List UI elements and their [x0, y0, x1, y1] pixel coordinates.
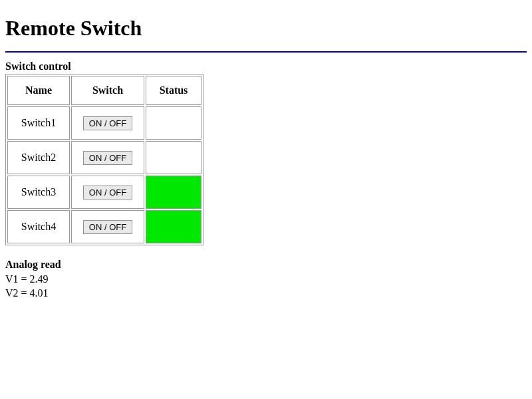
table-row: Switch4 ON / OFF — [7, 210, 201, 243]
analog-value: 2.49 — [30, 273, 49, 285]
status-cell-switch1 — [146, 106, 201, 140]
switch-name-cell: Switch1 — [7, 106, 70, 140]
switch-name-cell: Switch3 — [7, 176, 70, 209]
toggle-button-switch4[interactable]: ON / OFF — [83, 220, 132, 234]
switch-button-cell: ON / OFF — [71, 210, 144, 243]
status-cell-switch2 — [146, 141, 201, 174]
switch-button-cell: ON / OFF — [71, 141, 144, 174]
status-cell-switch4 — [146, 210, 201, 243]
equals-sign: = — [21, 287, 30, 299]
divider — [5, 51, 527, 53]
switch-name-cell: Switch2 — [7, 141, 70, 174]
toggle-button-switch1[interactable]: ON / OFF — [83, 116, 132, 130]
analog-value: 4.01 — [30, 287, 49, 299]
page-title: Remote Switch — [5, 16, 527, 41]
switch-button-cell: ON / OFF — [71, 106, 144, 140]
analog-read-block: Analog read V1 = 2.49 V2 = 4.01 — [5, 257, 527, 301]
table-row: Switch3 ON / OFF — [7, 176, 201, 209]
col-header-name: Name — [7, 76, 70, 105]
col-header-switch: Switch — [71, 76, 144, 105]
analog-reading-line: V1 = 2.49 — [5, 272, 527, 287]
toggle-button-switch2[interactable]: ON / OFF — [83, 151, 132, 165]
table-row: Switch1 ON / OFF — [7, 106, 201, 140]
equals-sign: = — [21, 273, 30, 285]
analog-read-heading: Analog read — [5, 257, 527, 272]
analog-reading-line: V2 = 4.01 — [5, 286, 527, 301]
analog-label: V2 — [5, 287, 19, 299]
table-header-row: Name Switch Status — [7, 76, 201, 105]
switch-name-cell: Switch4 — [7, 210, 70, 243]
toggle-button-switch3[interactable]: ON / OFF — [83, 186, 132, 200]
col-header-status: Status — [146, 76, 201, 105]
switch-table: Name Switch Status Switch1 ON / OFF Swit… — [5, 74, 203, 245]
switch-button-cell: ON / OFF — [71, 176, 144, 209]
status-cell-switch3 — [146, 176, 201, 209]
table-row: Switch2 ON / OFF — [7, 141, 201, 174]
switch-control-heading: Switch control — [5, 61, 527, 72]
analog-label: V1 — [5, 273, 19, 285]
